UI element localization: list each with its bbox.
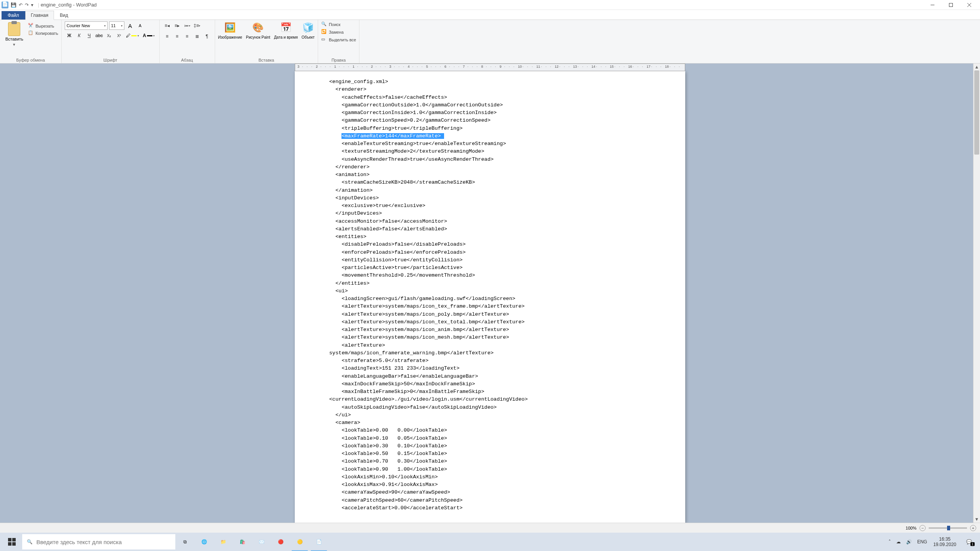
doc-line: <cameraPitchSpeed>60</cameraPitchSpeed> (329, 497, 651, 504)
ruler-tick: 3 (297, 65, 299, 68)
qat-save-icon[interactable]: 💾 (11, 2, 16, 8)
close-button[interactable] (960, 0, 978, 10)
scroll-track[interactable] (973, 70, 980, 516)
volume-icon[interactable]: 🔊 (906, 539, 912, 544)
paragraph-dialog-button[interactable]: ¶ (203, 32, 212, 41)
select-all-button[interactable]: ▭Выделить все (321, 37, 356, 43)
tab-view[interactable]: Вид (54, 11, 74, 20)
clock[interactable]: 16:35 19.09.2020 (930, 536, 959, 547)
zoom-value: 100% (906, 526, 916, 530)
grow-font-button[interactable]: A (126, 21, 134, 30)
group-label-editing: Правка (321, 57, 356, 62)
group-font: Courier New▾ 11▾ A A Ж К Ч abc X₂ X² 🖊▾ … (62, 20, 160, 63)
object-label: Объект (302, 35, 315, 39)
scroll-down-button[interactable]: ▼ (973, 516, 980, 523)
italic-button[interactable]: К (75, 31, 84, 40)
doc-line: <streamCacheSizeKB>2048</streamCacheSize… (329, 179, 651, 186)
font-size-value: 11 (111, 23, 116, 28)
scroll-up-button[interactable]: ▲ (973, 64, 980, 70)
find-button[interactable]: 🔍Поиск (321, 21, 356, 28)
zoom-slider[interactable] (929, 527, 967, 529)
font-name-select[interactable]: Courier New▾ (65, 21, 108, 30)
chevron-down-icon: ▾ (153, 34, 155, 37)
insert-image-button[interactable]: 🖼️Изображение (218, 21, 242, 39)
subscript-button[interactable]: X₂ (105, 31, 114, 40)
language-indicator[interactable]: ENG (917, 539, 927, 544)
maximize-button[interactable] (942, 0, 960, 10)
qat-redo-icon[interactable]: ↷ (25, 2, 29, 8)
taskbar-edge[interactable]: 🌐 (194, 533, 214, 551)
doc-line: <cacheEffects>false</cacheEffects> (329, 94, 651, 101)
taskbar-chrome[interactable]: 🟡 (290, 533, 309, 551)
font-color-button[interactable]: A▾ (141, 31, 156, 40)
tab-home[interactable]: Главная (25, 11, 54, 20)
ruler-tick: 1 (353, 65, 354, 68)
action-center-button[interactable]: 💬1 (959, 539, 978, 544)
highlight-button[interactable]: 🖊▾ (124, 31, 140, 40)
replace-button[interactable]: 🔁Замена (321, 29, 356, 35)
tray-overflow-icon[interactable]: ˄ (889, 539, 891, 544)
titlebar: 💾 ↶ ↷ ▾ | engine_config - WordPad (0, 0, 980, 10)
minimize-button[interactable] (923, 0, 942, 10)
insert-datetime-button[interactable]: 📅Дата и время (274, 21, 298, 39)
doc-line: </animation> (329, 187, 651, 194)
taskbar-opera[interactable]: 🔴 (271, 533, 290, 551)
justify-button[interactable]: ≣ (193, 32, 202, 41)
scroll-thumb[interactable] (974, 70, 979, 155)
taskbar-mail[interactable]: ✉️ (252, 533, 271, 551)
qat-undo-icon[interactable]: ↶ (19, 2, 23, 8)
line-spacing-button[interactable]: ‡≡▾ (193, 21, 202, 30)
document-page[interactable]: <engine_config.xml> <renderer> <cacheEff… (295, 71, 685, 523)
increase-indent-button[interactable]: ≡▸ (173, 21, 182, 30)
group-insert: 🖼️Изображение 🎨Рисунок Paint 📅Дата и вре… (215, 20, 318, 63)
align-right-button[interactable]: ≡ (183, 32, 192, 41)
doc-line: <inputDevices> (329, 194, 651, 202)
doc-line: <currentLoadingVideo>./gui/video/login.u… (329, 396, 651, 403)
group-label-insert: Вставка (218, 57, 315, 62)
doc-line: <ui> (329, 287, 651, 295)
copy-button[interactable]: 📋Копировать (28, 30, 58, 36)
start-button[interactable] (2, 533, 22, 551)
doc-line: <enforcePreloads>false</enforcePreloads> (329, 249, 651, 256)
doc-line: <lookTable>0.00 0.00</lookTable> (329, 427, 651, 434)
superscript-button[interactable]: X² (114, 31, 124, 40)
decrease-indent-button[interactable]: ≡◂ (163, 21, 172, 30)
group-clipboard: Вставить ▾ ✂️Вырезать 📋Копировать Буфер … (0, 20, 62, 63)
paste-button[interactable]: Вставить ▾ (3, 21, 26, 48)
align-center-button[interactable]: ≡ (173, 32, 182, 41)
doc-line: system/maps/icon_framerate_warning.bmp</… (329, 349, 651, 357)
cut-button[interactable]: ✂️Вырезать (28, 23, 58, 29)
zoom-in-button[interactable]: + (970, 525, 976, 531)
doc-line: <alertTexture> (329, 342, 651, 349)
ruler-tick: 5 (426, 65, 428, 68)
taskbar-explorer[interactable]: 📁 (214, 533, 233, 551)
shrink-font-button[interactable]: A (136, 21, 144, 30)
bullets-button[interactable]: ≔▾ (183, 21, 192, 30)
task-view-button[interactable]: ⧉ (175, 533, 194, 551)
select-all-icon: ▭ (321, 37, 327, 43)
qat-customize-icon[interactable]: ▾ (31, 2, 33, 8)
align-left-button[interactable]: ≡ (163, 32, 172, 41)
insert-object-button[interactable]: 🧊Объект (302, 21, 315, 39)
font-size-select[interactable]: 11▾ (109, 21, 124, 30)
strike-button[interactable]: abc (95, 31, 104, 40)
taskbar-store[interactable]: 🛍️ (233, 533, 252, 551)
zoom-out-button[interactable]: − (920, 525, 926, 531)
doc-line: <engine_config.xml> (329, 78, 651, 86)
taskbar-search[interactable]: 🔍 (22, 534, 175, 549)
bold-button[interactable]: Ж (65, 31, 74, 40)
calendar-icon: 📅 (280, 21, 292, 34)
underline-button[interactable]: Ч (85, 31, 94, 40)
onedrive-icon[interactable]: ☁ (896, 539, 901, 544)
copy-label: Копировать (36, 31, 58, 36)
insert-paint-button[interactable]: 🎨Рисунок Paint (246, 21, 270, 39)
tab-file[interactable]: Файл (2, 11, 25, 20)
doc-line: <lookTable>0.30 0.10</lookTable> (329, 442, 651, 450)
taskbar-wordpad[interactable]: 📄 (309, 533, 328, 551)
doc-line: <movementThreshold>0.25</movementThresho… (329, 272, 651, 279)
ruler-tick: 9 (500, 65, 501, 68)
search-input[interactable] (36, 539, 171, 545)
vertical-scrollbar[interactable]: ▲ ▼ (973, 64, 980, 523)
zoom-knob[interactable] (947, 526, 950, 530)
ruler[interactable]: 3···2···1···1···2···3···4···5···6···7···… (295, 64, 685, 71)
